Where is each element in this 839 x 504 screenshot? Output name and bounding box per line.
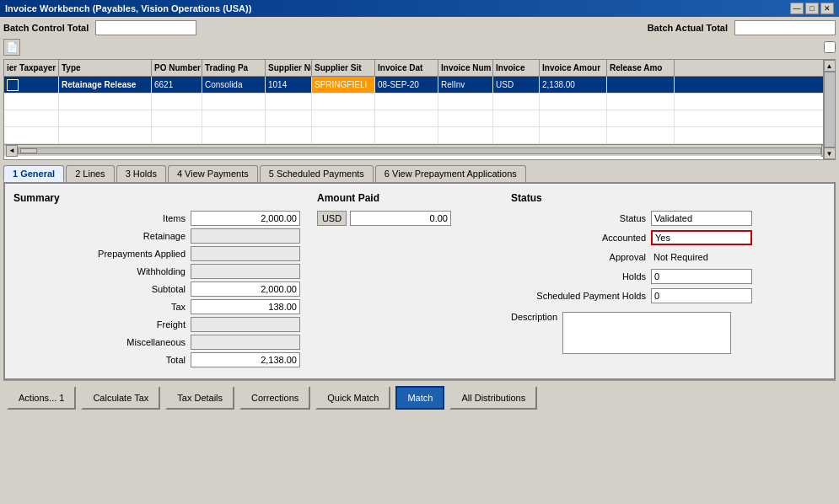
status-approval-value: Not Required xyxy=(651,249,752,265)
maximize-button[interactable]: □ xyxy=(805,3,819,14)
summary-total-value: 2,138.00 xyxy=(191,352,300,367)
scrollbar-thumb[interactable] xyxy=(20,148,37,153)
new-record-icon[interactable]: 📄 xyxy=(3,39,20,56)
cell-po: 6621 xyxy=(152,77,202,93)
cell-empty xyxy=(375,94,438,110)
amount-paid-value: 0.00 xyxy=(350,211,451,226)
vertical-scrollbar[interactable]: ▲ ▼ xyxy=(823,60,835,159)
header-invoice: Invoice xyxy=(493,60,540,76)
header-invoice-num: Invoice Num xyxy=(438,60,493,76)
cell-empty xyxy=(438,94,493,110)
scroll-down-btn[interactable]: ▼ xyxy=(824,147,836,159)
actions-button[interactable]: Actions... 1 xyxy=(7,386,76,410)
scroll-track[interactable] xyxy=(824,72,836,147)
horizontal-scrollbar[interactable]: ◄ ► xyxy=(4,144,835,156)
summary-freight-row: Freight xyxy=(13,317,300,332)
table-row[interactable]: Retainage Release 6621 Consolida 1014 SP… xyxy=(4,77,835,94)
table-row[interactable] xyxy=(4,94,835,110)
minimize-button[interactable]: — xyxy=(790,3,804,14)
all-distributions-button[interactable]: All Distributions xyxy=(449,386,537,410)
header-supplier-site: Supplier Sit xyxy=(312,60,375,76)
batch-actual-input[interactable] xyxy=(734,20,836,35)
description-textarea[interactable] xyxy=(562,312,731,354)
summary-withholding-label: Withholding xyxy=(76,266,186,276)
summary-items-value: 2,000.00 xyxy=(191,211,300,226)
tab-view-payments[interactable]: 4 View Payments xyxy=(168,165,258,182)
summary-misc-row: Miscellaneous xyxy=(13,335,300,350)
summary-withholding-value xyxy=(191,264,300,279)
summary-subtotal-label: Subtotal xyxy=(76,284,186,294)
close-button[interactable]: ✕ xyxy=(820,3,834,14)
quick-match-button[interactable]: Quick Match xyxy=(315,386,390,410)
tab-lines[interactable]: 2 Lines xyxy=(66,165,114,182)
tab-prepayments[interactable]: 6 View Prepayment Applications xyxy=(375,165,526,182)
summary-freight-label: Freight xyxy=(76,319,186,330)
summary-items-label: Items xyxy=(76,213,186,223)
summary-subtotal-value: 2,000.00 xyxy=(191,281,300,297)
header-type: Type xyxy=(59,60,152,76)
summary-tax-value: 138.00 xyxy=(191,299,300,314)
grid-body: Retainage Release 6621 Consolida 1014 SP… xyxy=(4,77,835,144)
table-row[interactable] xyxy=(4,127,835,144)
header-trading: Trading Pa xyxy=(202,60,266,76)
tabs-container: 1 General 2 Lines 3 Holds 4 View Payment… xyxy=(3,165,836,380)
top-bar: Batch Control Total Batch Actual Total xyxy=(3,20,836,35)
table-row[interactable] xyxy=(4,110,835,127)
summary-tax-row: Tax 138.00 xyxy=(13,299,300,314)
summary-prepayments-label: Prepayments Applied xyxy=(76,249,186,259)
summary-tax-label: Tax xyxy=(76,302,186,312)
status-accounted-label: Accounted xyxy=(511,233,646,243)
batch-control-input[interactable] xyxy=(95,20,196,35)
status-holds-row: Holds 0 xyxy=(511,269,826,284)
toolbar-checkbox[interactable] xyxy=(824,41,836,53)
header-invoice-amount: Invoice Amour xyxy=(540,60,607,76)
header-invoice-date: Invoice Dat xyxy=(375,60,438,76)
cell-taxpayer xyxy=(4,77,59,93)
corrections-button[interactable]: Corrections xyxy=(239,386,310,410)
tab-scheduled-payments[interactable]: 5 Scheduled Payments xyxy=(260,165,374,182)
status-approval-label: Approval xyxy=(511,252,646,262)
cell-invoice-amount: 2,138.00 xyxy=(540,77,607,93)
summary-prepayments-row: Prepayments Applied xyxy=(13,246,300,261)
header-taxpayer: ier Taxpayer ID xyxy=(4,60,59,76)
status-approval-row: Approval Not Required xyxy=(511,249,826,265)
cell-empty xyxy=(493,94,540,110)
batch-actual-label: Batch Actual Total xyxy=(648,23,728,33)
cell-empty xyxy=(540,94,607,110)
tab-inner: Summary Items 2,000.00 Retainage Prepaym… xyxy=(13,192,826,370)
scroll-up-btn[interactable]: ▲ xyxy=(824,60,836,72)
cell-trading: Consolida xyxy=(202,77,266,93)
status-section: Status Status Validated Accounted Yes Ap… xyxy=(511,192,826,370)
cell-release xyxy=(607,77,675,93)
summary-total-label: Total xyxy=(76,355,186,365)
tab-general[interactable]: 1 General xyxy=(3,165,64,182)
cell-empty xyxy=(607,94,675,110)
description-section: Description xyxy=(511,312,826,354)
cell-empty xyxy=(266,94,312,110)
amount-paid-section: Amount Paid USD 0.00 xyxy=(317,192,494,370)
status-sched-holds-value: 0 xyxy=(651,288,752,303)
window-controls: — □ ✕ xyxy=(790,3,834,14)
amount-paid-title: Amount Paid xyxy=(317,192,494,204)
summary-title: Summary xyxy=(13,192,300,204)
cell-type: Retainage Release xyxy=(59,77,152,93)
toolbar: 📄 xyxy=(3,39,836,56)
summary-total-row: Total 2,138.00 xyxy=(13,352,300,367)
cell-invoice-date: 08-SEP-20 xyxy=(375,77,438,93)
summary-items-row: Items 2,000.00 xyxy=(13,211,300,226)
tax-details-button[interactable]: Tax Details xyxy=(165,386,234,410)
bottom-buttons: Actions... 1 Calculate Tax Tax Details C… xyxy=(3,380,836,415)
tabs-row: 1 General 2 Lines 3 Holds 4 View Payment… xyxy=(3,165,836,182)
window-title: Invoice Workbench (Payables, Vision Oper… xyxy=(5,3,251,13)
cell-empty xyxy=(312,94,375,110)
description-label: Description xyxy=(511,312,557,322)
header-supplier-num: Supplier Num xyxy=(266,60,312,76)
match-button[interactable]: Match xyxy=(395,386,444,410)
status-holds-label: Holds xyxy=(511,271,646,281)
summary-misc-value xyxy=(191,335,300,350)
status-status-value: Validated xyxy=(651,211,752,226)
calculate-tax-button[interactable]: Calculate Tax xyxy=(81,386,160,410)
tab-holds[interactable]: 3 Holds xyxy=(116,165,166,182)
scrollbar-track[interactable] xyxy=(18,147,821,154)
status-accounted-value: Yes xyxy=(651,230,752,245)
